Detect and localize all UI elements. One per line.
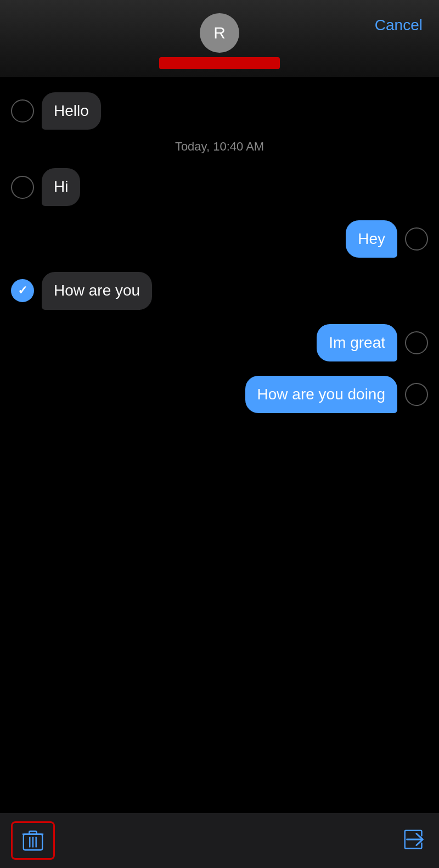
contact-name-bar [159,57,280,69]
bubble-msg-1[interactable]: Hello [42,92,101,130]
table-row: Hello [0,88,439,134]
share-button[interactable] [402,826,428,855]
select-circle-msg-5[interactable] [405,331,428,354]
bubble-msg-4[interactable]: How are you [42,272,152,309]
header: R Cancel [0,0,439,77]
bubble-msg-6[interactable]: How are you doing [245,376,397,413]
share-icon [402,826,428,853]
delete-button[interactable] [11,821,55,860]
bubble-msg-3[interactable]: Hey [346,220,397,258]
bubble-msg-5[interactable]: Im great [317,324,397,361]
select-circle-msg-2[interactable] [11,176,34,199]
trash-icon [21,829,44,852]
table-row: Hey [0,216,439,262]
bottom-toolbar [0,813,439,868]
table-row: How are you doing [0,371,439,418]
table-row: Hi [0,164,439,210]
table-row: How are you [0,268,439,314]
select-circle-msg-4[interactable] [11,279,34,302]
avatar: R [200,13,239,53]
select-circle-msg-1[interactable] [11,99,34,123]
bubble-msg-2[interactable]: Hi [42,168,80,205]
select-circle-msg-6[interactable] [405,383,428,406]
messages-area: Hello Today, 10:40 AM Hi Hey How are you… [0,77,439,830]
cancel-button[interactable]: Cancel [375,16,423,34]
table-row: Im great [0,320,439,366]
select-circle-msg-3[interactable] [405,227,428,251]
timestamp: Today, 10:40 AM [0,140,439,154]
